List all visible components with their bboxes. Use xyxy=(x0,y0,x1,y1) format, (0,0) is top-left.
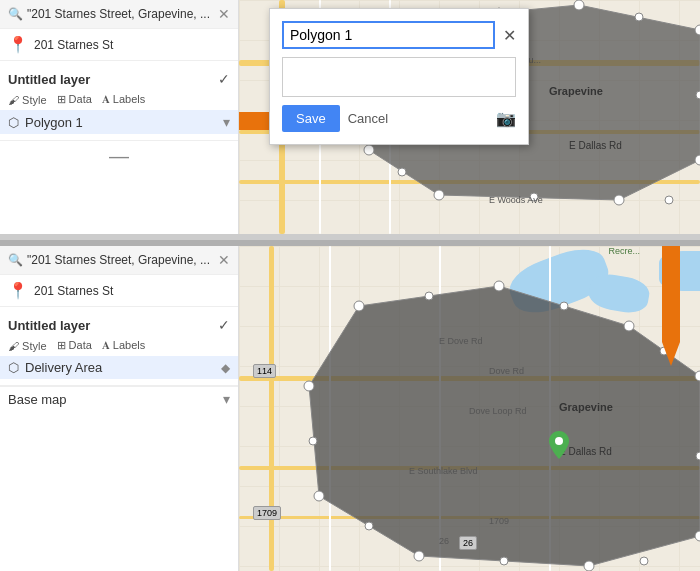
svg-point-11 xyxy=(696,91,700,99)
svg-point-24 xyxy=(314,491,324,501)
bottom-layer-title: Untitled layer xyxy=(8,318,90,333)
bottom-layer-section: Untitled layer ✓ 🖌 Style ⊞ Data 𝐀 Labels… xyxy=(0,307,238,386)
top-tab-style[interactable]: 🖌 Style xyxy=(8,93,47,106)
basemap-section: Base map ▾ xyxy=(0,386,238,411)
svg-point-26 xyxy=(425,292,433,300)
svg-point-6 xyxy=(434,190,444,200)
top-layer-tabs: 🖌 Style ⊞ Data 𝐀 Labels xyxy=(0,91,238,110)
top-polygon-label: Polygon 1 xyxy=(25,115,217,130)
svg-point-25 xyxy=(304,381,314,391)
bottom-map-label-dove: Dove Rd xyxy=(489,366,524,376)
cancel-button[interactable]: Cancel xyxy=(348,111,388,126)
delivery-row: ⬡ Delivery Area ◆ xyxy=(0,356,238,379)
svg-point-22 xyxy=(584,561,594,571)
bottom-layer-tabs: 🖌 Style ⊞ Data 𝐀 Labels xyxy=(0,337,238,356)
svg-point-2 xyxy=(574,0,584,10)
bottom-tab-data[interactable]: ⊞ Data xyxy=(57,339,92,352)
svg-point-12 xyxy=(665,196,673,204)
bottom-search-text: "201 Starnes Street, Grapevine, ... xyxy=(27,253,214,267)
top-map: ✕ Save Cancel 📷 Grapevine E Dallas Rd E … xyxy=(239,0,700,234)
bottom-map-label-esouth: E Southlake Blvd xyxy=(409,466,478,476)
map-label-grapevine: Grapevine xyxy=(549,85,603,97)
top-add-row: — xyxy=(0,141,238,172)
top-sidebar: 🔍 "201 Starnes Street, Grapevine, ... ✕ … xyxy=(0,0,239,234)
top-layer-section: Untitled layer ✓ 🖌 Style ⊞ Data 𝐀 Labels… xyxy=(0,61,238,141)
bottom-search-icon: 🔍 xyxy=(8,253,23,267)
polygon-icon: ⬡ xyxy=(8,115,19,130)
basemap-arrow[interactable]: ▾ xyxy=(223,391,230,407)
dialog-desc-input[interactable] xyxy=(282,57,516,97)
app-container: 🔍 "201 Starnes Street, Grapevine, ... ✕ … xyxy=(0,0,700,571)
bottom-map-label-doveloop: Dove Loop Rd xyxy=(469,406,527,416)
svg-point-18 xyxy=(494,281,504,291)
delivery-label: Delivery Area xyxy=(25,360,215,375)
dialog-actions: Save Cancel 📷 xyxy=(282,105,516,132)
bottom-panel: 🔍 "201 Starnes Street, Grapevine, ... ✕ … xyxy=(0,246,700,571)
bottom-tab-style[interactable]: 🖌 Style xyxy=(8,339,47,352)
svg-point-30 xyxy=(640,557,648,565)
bottom-tab-labels[interactable]: 𝐀 Labels xyxy=(102,339,145,352)
svg-point-10 xyxy=(635,13,643,21)
svg-point-33 xyxy=(309,437,317,445)
pin-icon: 📍 xyxy=(8,35,28,54)
camera-button[interactable]: 📷 xyxy=(496,109,516,128)
svg-point-14 xyxy=(398,168,406,176)
bottom-location-text: 201 Starnes St xyxy=(34,284,113,298)
top-add-button[interactable]: — xyxy=(109,145,129,168)
top-layer-title: Untitled layer xyxy=(8,72,90,87)
top-search-text: "201 Starnes Street, Grapevine, ... xyxy=(27,7,214,21)
svg-point-7 xyxy=(364,145,374,155)
green-marker xyxy=(549,431,569,462)
svg-point-31 xyxy=(500,557,508,565)
bottom-map-label-26: 26 xyxy=(439,536,449,546)
bottom-map: Grapevine E Dallas Rd Dove Rd E Dove Rd … xyxy=(239,246,700,571)
svg-point-29 xyxy=(696,452,700,460)
delivery-icon: ⬡ xyxy=(8,360,19,375)
top-location-text: 201 Starnes St xyxy=(34,38,113,52)
dialog-close-icon[interactable]: ✕ xyxy=(503,26,516,45)
bottom-arrow-down xyxy=(662,246,680,366)
bottom-map-label-1709: 1709 xyxy=(489,516,509,526)
bottom-sidebar: 🔍 "201 Starnes Street, Grapevine, ... ✕ … xyxy=(0,246,239,571)
svg-point-5 xyxy=(614,195,624,205)
dialog-header: ✕ xyxy=(282,21,516,49)
save-button[interactable]: Save xyxy=(282,105,340,132)
dialog-title-input[interactable] xyxy=(282,21,495,49)
svg-point-23 xyxy=(414,551,424,561)
svg-point-27 xyxy=(560,302,568,310)
top-tab-data[interactable]: ⊞ Data xyxy=(57,93,92,106)
svg-point-17 xyxy=(354,301,364,311)
bottom-map-label-grapevine: Grapevine xyxy=(559,401,613,413)
map-label-recre: Recre... xyxy=(608,246,640,256)
road-badge-1709-b: 1709 xyxy=(253,506,281,520)
polygon-menu[interactable]: ▾ xyxy=(223,114,230,130)
bottom-search-close[interactable]: ✕ xyxy=(218,252,230,268)
basemap-label: Base map xyxy=(8,392,67,407)
rename-dialog: ✕ Save Cancel 📷 xyxy=(269,8,529,145)
delivery-diamond[interactable]: ◆ xyxy=(221,361,230,375)
top-tab-labels[interactable]: 𝐀 Labels xyxy=(102,93,145,106)
road-badge-26b: 26 xyxy=(459,536,477,550)
bottom-pin-icon: 📍 xyxy=(8,281,28,300)
bottom-layer-check[interactable]: ✓ xyxy=(218,317,230,333)
bottom-location-row: 📍 201 Starnes St xyxy=(0,275,238,307)
top-search-close[interactable]: ✕ xyxy=(218,6,230,22)
svg-point-32 xyxy=(365,522,373,530)
bottom-search-bar: 🔍 "201 Starnes Street, Grapevine, ... ✕ xyxy=(0,246,238,275)
search-icon: 🔍 xyxy=(8,7,23,21)
map-label-ewoods: E Woods Ave xyxy=(489,195,543,205)
bottom-map-label-edove: E Dove Rd xyxy=(439,336,483,346)
top-location-row: 📍 201 Starnes St xyxy=(0,29,238,61)
top-panel: 🔍 "201 Starnes Street, Grapevine, ... ✕ … xyxy=(0,0,700,240)
top-polygon-row: ⬡ Polygon 1 ▾ xyxy=(0,110,238,134)
road-badge-114: 114 xyxy=(253,364,276,378)
map-label-edallas: E Dallas Rd xyxy=(569,140,622,151)
bottom-layer-header: Untitled layer ✓ xyxy=(0,313,238,337)
top-layer-header: Untitled layer ✓ xyxy=(0,67,238,91)
svg-point-34 xyxy=(555,437,563,445)
svg-point-19 xyxy=(624,321,634,331)
top-search-bar: 🔍 "201 Starnes Street, Grapevine, ... ✕ xyxy=(0,0,238,29)
top-layer-check[interactable]: ✓ xyxy=(218,71,230,87)
